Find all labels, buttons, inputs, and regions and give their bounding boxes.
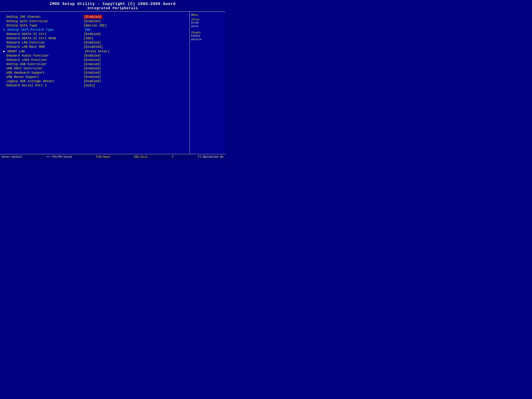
footer-f: F <box>172 155 174 158</box>
setting-row[interactable]: Onboard GSATA-II Ctrl Mode[IDE] <box>3 37 188 40</box>
setting-row[interactable]: USB Keyboard Support[Enabled] <box>3 71 188 75</box>
setting-value[interactable]: [Enabled] <box>84 63 101 66</box>
setting-name: OnChip SATA Controller <box>6 19 81 23</box>
setting-value[interactable]: [Enabled] <box>84 15 102 19</box>
footer-arrows: +/-/PU/PD:Value <box>46 155 72 158</box>
header-title: CMOS Setup Utility - Copyright (C) 1984-… <box>0 2 225 6</box>
setting-row[interactable]: Onboard Audio Function[Enabled] <box>3 54 188 57</box>
setting-value[interactable]: [IDE] <box>84 37 93 40</box>
setting-value[interactable]: [Auto] <box>84 84 95 87</box>
setting-name: OnChip SATA Type <box>6 24 81 27</box>
footer-enter: Enter:Select <box>2 155 22 158</box>
setting-value[interactable]: [Enabled] <box>84 32 101 36</box>
setting-value[interactable]: [Enabled] <box>84 54 101 57</box>
setting-row[interactable]: Onboard LAN Function[Enabled] <box>3 41 188 44</box>
setting-value[interactable]: [Enabled] <box>84 41 101 44</box>
setting-name: USB EHCI Controller <box>6 67 81 70</box>
setting-name: SMART LAN <box>7 50 82 53</box>
help-value-2: [Enabl <box>191 31 224 34</box>
footer-f10: F10:Save <box>96 155 110 158</box>
help-text-1: Disabparal <box>191 21 224 28</box>
setting-row[interactable]: Legacy USB storage detect[Enabled] <box>3 79 188 83</box>
setting-value[interactable]: [Enabled] <box>84 75 101 79</box>
setting-value[interactable]: [Enabled] <box>84 79 101 83</box>
setting-name: Onboard GSATA-II Ctrl <box>6 32 81 36</box>
setting-row[interactable]: Onboard 1394 Function[Enabled] <box>3 58 188 62</box>
footer-f7: F7:Optimized De <box>198 155 223 158</box>
setting-value[interactable]: [Enabled] <box>84 58 101 62</box>
setting-row[interactable]: Onboard Serial Port 1[Auto] <box>3 84 188 87</box>
setting-value[interactable]: [Disabled] <box>84 45 103 49</box>
setting-name: Onboard LAN Function <box>6 41 81 44</box>
row-indicator: x <box>3 28 6 32</box>
setting-name: Onboard GSATA-II Ctrl Mode <box>6 37 81 40</box>
setting-value[interactable]: [Enabled] <box>84 67 101 70</box>
setting-name: Onboard Serial Port 1 <box>6 84 81 87</box>
setting-row[interactable]: Onboard GSATA-II Ctrl[Enabled] <box>3 32 188 36</box>
setting-row[interactable]: OnChip SATA Controller[Enabled] <box>3 19 188 23</box>
setting-value[interactable]: IDE <box>85 28 90 32</box>
setting-value[interactable]: [Press Enter] <box>85 50 110 53</box>
setting-row[interactable]: xOnChip SATA Port4/5 TypeIDE <box>3 28 188 32</box>
setting-name: Onboard 1394 Function <box>6 58 81 62</box>
setting-name: Onboard LAN Boot ROM <box>6 45 81 49</box>
header: CMOS Setup Utility - Copyright (C) 1984-… <box>0 0 225 12</box>
setting-name: Legacy USB storage detect <box>6 79 81 83</box>
setting-row[interactable]: OnChip SATA Type[Native IDE] <box>3 24 188 27</box>
setting-name: Onboard Audio Function <box>6 54 81 57</box>
footer: Enter:Select +/-/PU/PD:Value F10:Save ES… <box>0 154 225 160</box>
header-subtitle: Integrated Peripherals <box>0 6 225 10</box>
help-section-2: [Enabl Enableparalle <box>191 31 224 41</box>
help-section-1: [Disa Disabparal <box>191 18 224 28</box>
setting-row[interactable]: ▶SMART LAN[Press Enter] <box>3 49 188 53</box>
setting-name: OnChip SATA Port4/5 Type <box>7 28 82 32</box>
setting-value[interactable]: [Native IDE] <box>84 24 107 27</box>
setting-value[interactable]: [Enabled] <box>84 71 101 75</box>
setting-value[interactable]: [Enabled] <box>84 19 101 23</box>
setting-name: USB Mouse Support <box>6 75 81 79</box>
setting-row[interactable]: USB Mouse Support[Enabled] <box>3 75 188 79</box>
row-indicator: ▶ <box>3 49 6 53</box>
setting-row[interactable]: Onboard LAN Boot ROM[Disabled] <box>3 45 188 49</box>
setting-row[interactable]: USB EHCI Controller[Enabled] <box>3 67 188 70</box>
bios-screen: CMOS Setup Utility - Copyright (C) 1984-… <box>0 0 225 160</box>
main-area: OnChip IDE Channel[Enabled] OnChip SATA … <box>0 12 225 154</box>
help-panel: Menu [Disa Disabparal [Enabl Enableparal… <box>190 12 225 154</box>
setting-name: OnChip IDE Channel <box>6 15 81 19</box>
settings-panel: OnChip IDE Channel[Enabled] OnChip SATA … <box>0 12 190 154</box>
help-text-2: Enableparalle <box>191 34 224 41</box>
menu-label: Menu <box>191 13 224 17</box>
setting-name: USB Keyboard Support <box>6 71 81 75</box>
setting-name: OnChip USB Controller <box>6 63 81 66</box>
setting-row[interactable]: OnChip IDE Channel[Enabled] <box>3 15 188 19</box>
footer-esc: ESC:Exit <box>134 155 148 158</box>
setting-row[interactable]: OnChip USB Controller[Enabled] <box>3 63 188 66</box>
help-value-1: [Disa <box>191 18 224 21</box>
